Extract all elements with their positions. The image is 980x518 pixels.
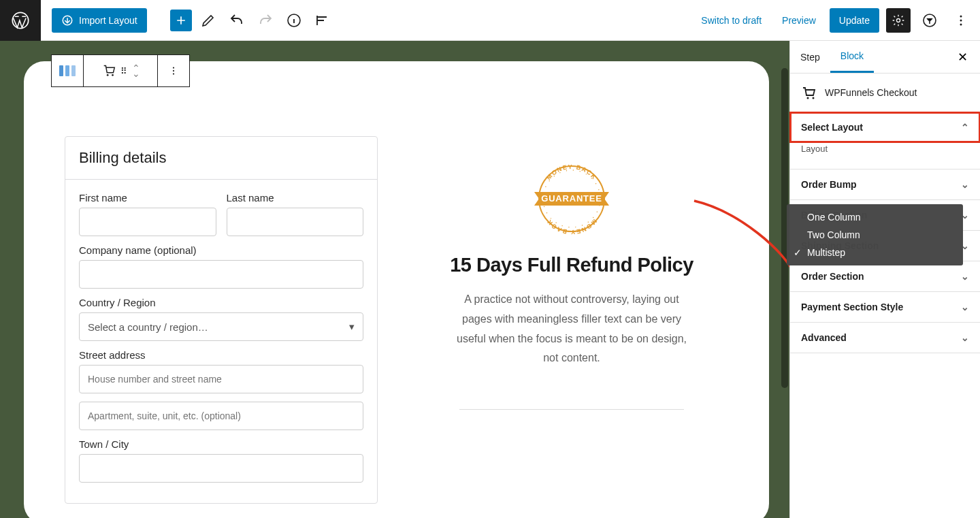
refund-description: A practice not without controversy, layi… [456,290,687,368]
drag-handle-icon[interactable]: ⠿ [120,66,128,76]
preview-button[interactable]: Preview [775,10,823,31]
chevron-up-icon: ⌃ [961,122,969,133]
undo-icon [229,12,245,29]
company-input[interactable] [79,260,363,289]
svg-point-0 [12,12,28,28]
add-block-button[interactable] [170,10,192,31]
svg-point-7 [960,23,962,25]
town-input[interactable] [79,454,363,483]
move-arrows[interactable]: ⌃⌄ [132,65,140,76]
first-name-label: First name [79,192,216,204]
info-icon [286,12,302,29]
refund-title: 15 Days Full Refund Policy [415,254,728,276]
redo-button[interactable] [253,8,278,33]
svg-point-19 [173,70,174,71]
first-name-input[interactable] [79,208,216,236]
svg-point-5 [960,15,962,17]
info-button[interactable] [282,8,306,33]
svg-text:MONEY BACK: MONEY BACK [545,218,598,235]
list-icon [314,12,331,29]
settings-button[interactable] [886,8,911,33]
top-toolbar: Import Layout Switch to draft [0,0,980,41]
panel-payment-section[interactable]: Payment Section Style⌄ [790,292,980,322]
import-icon [61,14,74,27]
import-layout-label: Import Layout [79,15,137,26]
billing-details-block[interactable]: Billing details First name Last na [65,136,378,504]
panel-select-layout[interactable]: Select Layout ⌃ [790,112,980,142]
country-placeholder: Select a country / region… [88,321,208,333]
redo-icon [257,12,274,29]
guarantee-badge: MONEY BACK MONEY BACK GUARANTEE [531,163,612,235]
layout-dropdown: One Column Two Column ✓Multistep [787,204,963,265]
svg-point-20 [173,73,174,74]
tab-step[interactable]: Step [790,41,830,73]
svg-point-22 [813,97,815,99]
svg-point-16 [106,74,108,76]
undo-button[interactable] [225,8,249,33]
annotation-arrow [684,191,789,293]
close-sidebar-button[interactable]: ✕ [949,41,976,73]
update-button[interactable]: Update [830,8,879,33]
chevron-down-icon: ▾ [349,321,355,333]
chevron-down-icon: ⌄ [961,271,969,282]
plugin-button[interactable] [917,8,942,33]
check-icon: ✓ [794,247,802,258]
panel-order-bump[interactable]: Order Bump⌄ [790,169,980,199]
company-label: Company name (optional) [79,244,363,256]
last-name-input[interactable] [227,208,364,236]
chevron-down-icon: ⌄ [961,332,969,343]
tab-block[interactable]: Block [830,41,874,73]
switch-to-draft-button[interactable]: Switch to draft [694,10,768,31]
outline-button[interactable] [310,8,335,33]
refund-column: MONEY BACK MONEY BACK GUARANTEE 15 Days … [415,136,728,504]
panel-order-section[interactable]: Order Section⌄ [790,261,980,291]
checkout-card: Billing details First name Last na [24,61,769,518]
street-input-1[interactable] [79,365,363,393]
country-label: Country / Region [79,297,363,308]
svg-text:GUARANTEE: GUARANTEE [541,193,602,204]
more-options-button[interactable] [949,8,973,33]
chevron-down-icon: ⌄ [961,179,969,190]
block-toolbar: ⠿ ⌃⌄ [51,54,190,87]
svg-point-17 [112,74,114,76]
billing-title: Billing details [65,137,377,180]
svg-rect-14 [65,65,69,76]
panel-advanced[interactable]: Advanced⌄ [790,323,980,353]
svg-point-3 [897,18,900,22]
block-type-button[interactable] [51,54,84,87]
svg-point-18 [173,67,174,68]
block-name-label: WPFunnels Checkout [825,87,917,98]
svg-text:MONEY BACK: MONEY BACK [545,163,598,181]
street-input-2[interactable] [79,402,363,430]
layout-option-multistep[interactable]: ✓Multistep [787,244,963,261]
layout-option-two-column[interactable]: Two Column [787,226,963,244]
layout-option-one-column[interactable]: One Column [787,208,963,226]
import-layout-button[interactable]: Import Layout [52,8,147,33]
street-label: Street address [79,349,363,361]
editor-canvas[interactable]: Billing details First name Last na [0,41,789,518]
cart-icon[interactable] [101,63,116,80]
gear-icon [892,14,905,27]
settings-sidebar: Step Block ✕ WPFunnels Checkout Select L… [789,41,980,518]
svg-rect-15 [71,65,76,76]
last-name-label: Last name [227,192,364,204]
svg-rect-13 [59,65,63,76]
plus-icon [174,14,188,27]
pencil-icon [200,12,216,29]
cart-icon [801,84,817,101]
edit-mode-button[interactable] [196,8,220,33]
layout-field-label: Layout [801,144,969,154]
town-label: Town / City [79,438,363,450]
funnel-icon [921,12,938,29]
divider [459,409,684,410]
kebab-icon [953,12,969,29]
svg-point-21 [807,97,809,99]
wordpress-logo[interactable] [0,0,41,41]
chevron-down-icon: ⌄ [961,302,969,312]
block-more-button[interactable] [157,54,190,87]
country-select[interactable]: Select a country / region… ▾ [79,312,363,341]
svg-point-6 [960,19,962,21]
